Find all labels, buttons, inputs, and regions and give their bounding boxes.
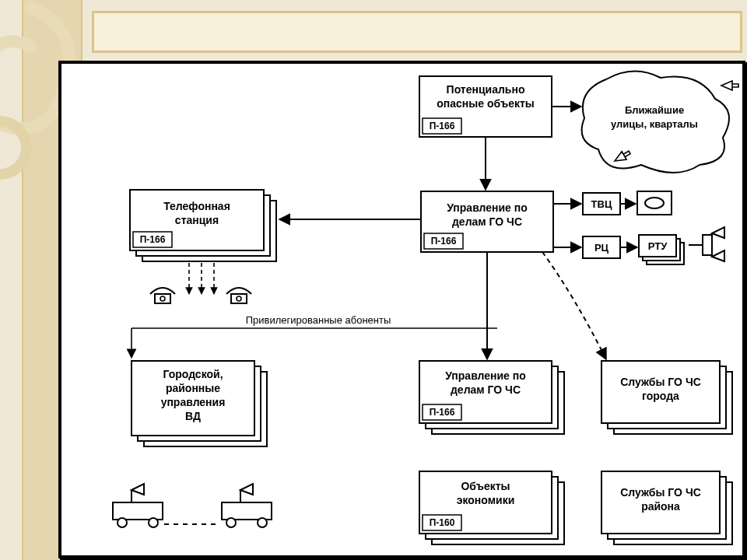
priv-label: Привилегированные абоненты [246,314,391,326]
node-hazard-objects: Потенциально опасные объекты П-166 [419,76,552,137]
dashed-arrows-telephone [189,263,214,294]
vehicle-megaphone-icon [113,484,163,527]
svc-city-l2: города [642,390,679,402]
tel-line2: станция [175,214,219,226]
edge-dashed-mgmt-services [542,252,606,359]
node-telephone-station: Телефонная станция П-166 [130,190,276,261]
hazard-line2: опасные объекты [437,97,535,110]
mgmt2-tag: П-166 [430,407,455,418]
vd-l4: ВД [185,410,201,422]
node-go-chs-management-2: Управление по делам ГО ЧС П-166 [419,361,564,434]
rc-label: РЦ [594,242,609,254]
hazard-line1: Потенциально [447,83,525,96]
svg-point-13 [237,296,241,301]
phone-icon [150,288,175,303]
mgmt-line1: Управление по [447,201,528,214]
streets-line1: Ближайшие [625,104,684,116]
node-tvc: ТВЦ [583,193,620,215]
svc-city-l1: Службы ГО ЧС [620,376,701,388]
mgmt2-l1: Управление по [445,369,526,382]
svg-point-11 [160,296,165,301]
hazard-tag: П-166 [430,121,455,131]
phone-icon [226,288,251,303]
node-services-city: Службы ГО ЧС города [601,361,732,434]
node-economy-objects: Объекты экономики П-160 [419,471,564,544]
node-rc: РЦ [583,236,620,258]
svg-rect-12 [231,294,247,303]
title-bar [92,11,742,53]
svc-dist-l2: района [641,500,680,513]
mgmt-tag: П-166 [431,236,457,247]
node-services-district: Службы ГО ЧС района [601,471,732,544]
svg-point-50 [226,518,236,527]
radio-speakers-icon [689,227,724,261]
megaphone-icon [721,81,738,90]
diagram-svg: Потенциально опасные объекты П-166 Ближа… [61,64,742,555]
svg-point-46 [117,518,127,527]
svc-dist-l1: Службы ГО ЧС [620,486,701,499]
svg-rect-49 [222,502,272,520]
node-rtu: РТУ [639,235,684,264]
svg-rect-10 [155,294,170,303]
node-go-chs-management: Управление по делам ГО ЧС П-166 [421,191,553,252]
svg-point-47 [149,518,158,527]
vehicle-megaphone-icon [222,484,272,527]
diagram-frame: Потенциально опасные объекты П-166 Ближа… [58,61,745,558]
svg-rect-45 [113,502,163,520]
vd-l3: управления [161,396,226,408]
tel-tag: П-166 [140,234,166,245]
econ-l1: Объекты [461,480,510,492]
svg-point-51 [258,518,267,527]
vd-l2: районные [166,382,220,394]
tvc-label: ТВЦ [591,198,612,210]
tv-icon [637,191,672,215]
privileged-subscribers-line: Привилегированные абоненты [132,314,497,358]
node-city-district-vd: Городской, районные управления ВД [132,361,267,446]
tel-line1: Телефонная [163,200,230,212]
rtu-label: РТУ [648,240,668,252]
streets-line2: улицы, кварталы [611,118,698,130]
econ-tag: П-160 [430,517,455,528]
mgmt2-l2: делам ГО ЧС [451,383,521,396]
svg-rect-23 [703,235,712,255]
node-nearby-streets: Ближайшие улицы, кварталы [582,71,729,173]
mgmt-line2: делам ГО ЧС [452,215,522,228]
svg-rect-17 [637,191,672,215]
econ-l2: экономики [457,494,515,506]
vd-l1: Городской, [163,368,223,380]
